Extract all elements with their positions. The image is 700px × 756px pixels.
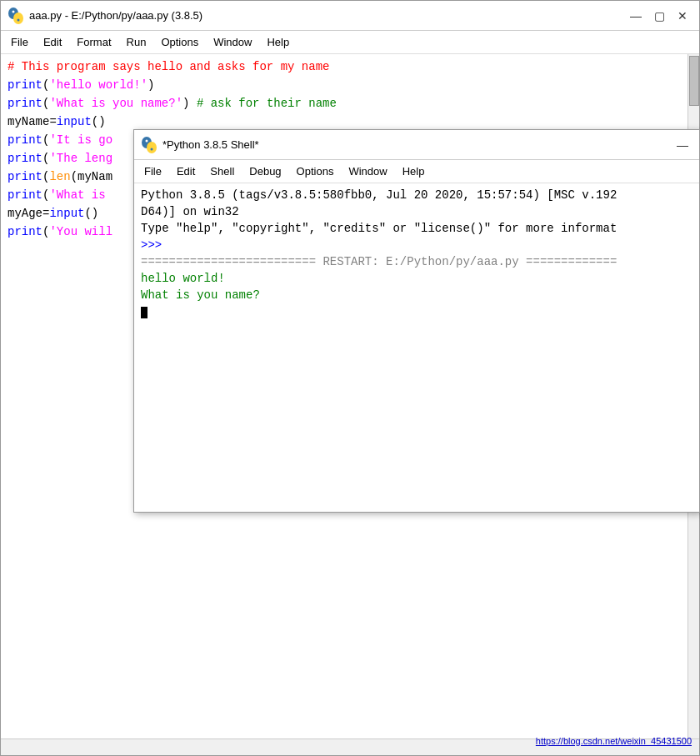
shell-menu-file[interactable]: File: [138, 163, 168, 179]
shell-menu-edit[interactable]: Edit: [170, 163, 202, 179]
shell-cursor-line[interactable]: [141, 303, 692, 320]
shell-menu-options[interactable]: Options: [290, 163, 341, 179]
maximize-button[interactable]: ▢: [649, 6, 669, 26]
menu-window[interactable]: Window: [207, 34, 258, 50]
code-line-2: print('hello world!'): [8, 76, 681, 94]
shell-content[interactable]: Python 3.8.5 (tags/v3.8.5:580fbb0, Jul 2…: [134, 183, 699, 512]
svg-point-1: [13, 13, 23, 24]
code-line-1: # This program says hello and asks for m…: [8, 58, 681, 76]
editor-titlebar: aaa.py - E:/Python/py/aaa.py (3.8.5) — ▢…: [1, 1, 699, 31]
shell-version-line2: D64)] on win32: [141, 203, 692, 220]
menu-file[interactable]: File: [4, 34, 35, 50]
shell-menubar: File Edit Shell Debug Options Window Hel…: [134, 160, 699, 183]
menu-help[interactable]: Help: [260, 34, 296, 50]
shell-menu-debug[interactable]: Debug: [242, 163, 288, 179]
shell-menu-help[interactable]: Help: [396, 163, 432, 179]
editor-title: aaa.py - E:/Python/py/aaa.py (3.8.5): [29, 9, 202, 22]
shell-output-name: What is you name?: [141, 287, 692, 303]
shell-menu-shell[interactable]: Shell: [203, 163, 241, 179]
shell-output-hello: hello world!: [141, 270, 692, 287]
shell-title: *Python 3.8.5 Shell*: [162, 138, 259, 151]
menu-format[interactable]: Format: [70, 34, 118, 50]
svg-point-6: [146, 139, 148, 142]
menu-options[interactable]: Options: [154, 34, 205, 50]
code-line-4: myName=input(): [8, 113, 681, 131]
shell-titlebar-left: *Python 3.8.5 Shell*: [141, 137, 259, 153]
svg-point-5: [147, 142, 157, 153]
shell-restart-line: ========================= RESTART: E:/Py…: [141, 253, 692, 270]
svg-point-2: [12, 10, 15, 13]
scrollbar-thumb[interactable]: [689, 56, 699, 106]
svg-point-7: [151, 148, 153, 150]
editor-menubar: File Edit Format Run Options Window Help: [1, 31, 699, 54]
shell-prompt-initial: >>>: [141, 237, 692, 253]
shell-titlebar-controls: —: [672, 135, 692, 155]
editor-titlebar-left: aaa.py - E:/Python/py/aaa.py (3.8.5): [8, 8, 202, 24]
code-line-3: print('What is you name?') # ask for the…: [8, 94, 681, 113]
python-icon: [8, 8, 24, 24]
shell-minimize-button[interactable]: —: [672, 135, 692, 155]
shell-titlebar: *Python 3.8.5 Shell* —: [134, 130, 699, 160]
menu-edit[interactable]: Edit: [37, 34, 68, 50]
minimize-button[interactable]: —: [626, 6, 646, 26]
shell-type-line: Type "help", "copyright", "credits" or "…: [141, 220, 692, 237]
shell-python-icon: [141, 137, 158, 153]
shell-cursor: [141, 307, 148, 318]
shell-window: *Python 3.8.5 Shell* — File Edit Shell D…: [133, 129, 700, 513]
shell-menu-window[interactable]: Window: [342, 163, 393, 179]
watermark: https://blog.csdn.net/weixin_45431500: [536, 736, 692, 746]
svg-point-3: [18, 18, 20, 21]
menu-run[interactable]: Run: [120, 34, 153, 50]
close-button[interactable]: ✕: [672, 6, 692, 26]
shell-version-line1: Python 3.8.5 (tags/v3.8.5:580fbb0, Jul 2…: [141, 187, 692, 203]
titlebar-controls: — ▢ ✕: [626, 6, 692, 26]
